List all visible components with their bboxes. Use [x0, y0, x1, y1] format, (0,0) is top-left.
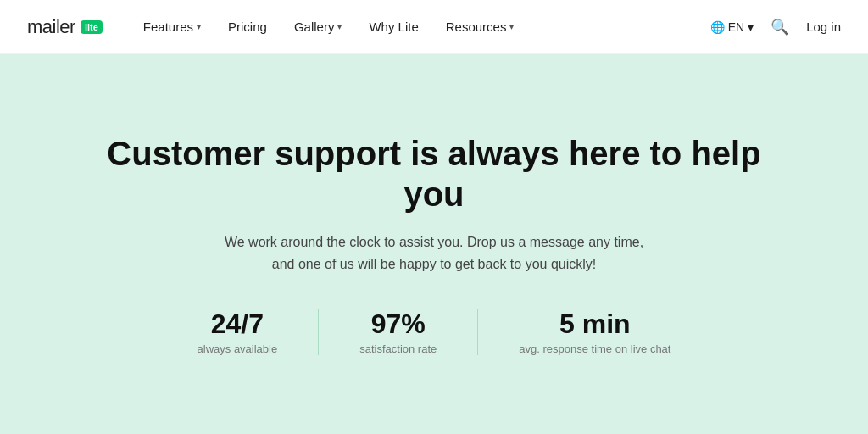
nav-link-pricing[interactable]: Pricing	[228, 19, 267, 34]
stat-item-2: 5 minavg. response time on live chat	[478, 309, 711, 355]
chevron-down-icon: ▾	[509, 22, 514, 31]
lang-chevron-icon: ▾	[748, 20, 754, 34]
navbar: mailer lite Features▾PricingGallery▾Why …	[0, 0, 868, 54]
stat-value-0: 24/7	[211, 309, 264, 339]
hero-section: Customer support is always here to help …	[0, 54, 868, 434]
nav-right: 🌐 EN ▾ 🔍 Log in	[710, 18, 841, 36]
stat-label-0: always available	[198, 342, 278, 355]
search-icon[interactable]: 🔍	[771, 18, 789, 36]
nav-link-gallery[interactable]: Gallery▾	[294, 19, 342, 34]
logo-text: mailer	[27, 16, 75, 38]
stat-item-0: 24/7always available	[157, 309, 320, 355]
logo[interactable]: mailer lite	[27, 16, 103, 38]
stat-label-1: satisfaction rate	[359, 342, 437, 355]
nav-links: Features▾PricingGallery▾Why LiteResource…	[143, 19, 710, 34]
logo-badge: lite	[81, 20, 103, 34]
nav-link-features[interactable]: Features▾	[143, 19, 201, 34]
language-selector[interactable]: 🌐 EN ▾	[710, 20, 754, 34]
chevron-down-icon: ▾	[337, 22, 342, 31]
chevron-down-icon: ▾	[197, 22, 201, 31]
hero-subtitle: We work around the clock to assist you. …	[214, 231, 654, 275]
lang-label: EN	[728, 20, 744, 34]
stat-item-1: 97%satisfaction rate	[319, 309, 478, 355]
stat-value-2: 5 min	[559, 309, 631, 339]
nav-link-why-lite[interactable]: Why Lite	[369, 19, 418, 34]
stats-row: 24/7always available97%satisfaction rate…	[157, 309, 712, 355]
globe-icon: 🌐	[710, 20, 725, 34]
hero-title: Customer support is always here to help …	[103, 133, 765, 214]
stat-label-2: avg. response time on live chat	[519, 342, 670, 355]
nav-link-resources[interactable]: Resources▾	[446, 19, 515, 34]
stat-value-1: 97%	[371, 309, 426, 339]
login-link[interactable]: Log in	[806, 19, 841, 34]
